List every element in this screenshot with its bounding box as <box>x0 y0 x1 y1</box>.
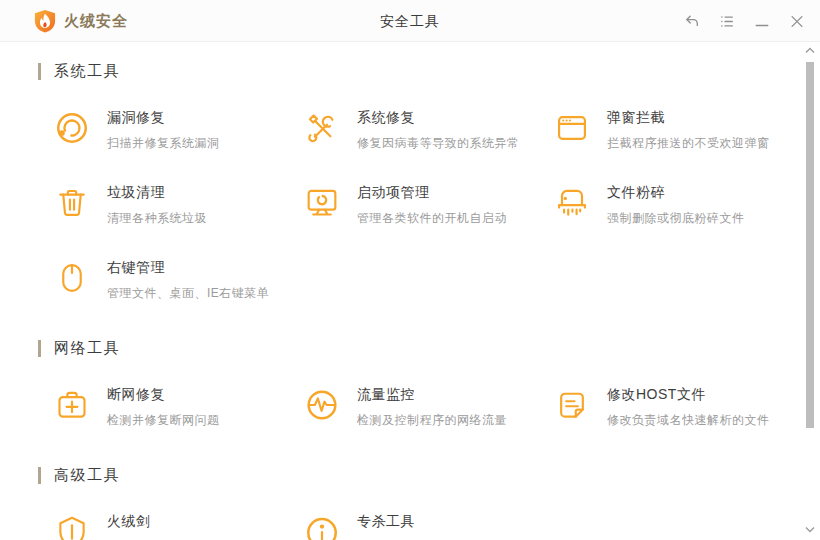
section-title: 系统工具 <box>54 62 120 81</box>
tool-desc: 修改负责域名快速解析的文件 <box>607 412 770 429</box>
tool-desc: 拦截程序推送的不受欢迎弹窗 <box>607 135 770 152</box>
tool-host-file-editor[interactable]: 修改HOST文件 修改负责域名快速解析的文件 <box>552 385 802 425</box>
section-advanced-tools: 高级工具 火绒剑 <box>38 465 820 540</box>
tool-name: 漏洞修复 <box>107 109 220 127</box>
tool-system-repair[interactable]: 系统修复 修复因病毒等导致的系统异常 <box>302 108 552 148</box>
section-header: 网络工具 <box>38 338 820 358</box>
task-list-button[interactable] <box>719 13 735 29</box>
network-repair-icon <box>52 385 92 425</box>
tool-file-shredder[interactable]: 文件粉碎 强制删除或彻底粉碎文件 <box>552 183 802 223</box>
tool-traffic-monitor[interactable]: 流量监控 检测及控制程序的网络流量 <box>302 385 552 425</box>
section-title: 高级工具 <box>54 466 120 485</box>
minimize-button[interactable] <box>754 13 770 29</box>
section-network-tools: 网络工具 断网修复 检测并修复断网问题 <box>38 338 820 425</box>
huorong-security-window: 火绒安全 安全工具 <box>0 0 820 540</box>
titlebar: 火绒安全 安全工具 <box>0 0 820 42</box>
section-accent-bar <box>38 467 41 484</box>
host-file-icon <box>552 385 592 425</box>
minimize-icon <box>754 13 770 30</box>
tool-name: 垃圾清理 <box>107 184 207 202</box>
tool-name: 文件粉碎 <box>607 184 745 202</box>
tool-grid: 断网修复 检测并修复断网问题 流量监控 检测及控制程序的网络流量 <box>52 385 820 425</box>
close-icon <box>789 13 805 30</box>
tool-network-repair[interactable]: 断网修复 检测并修复断网问题 <box>52 385 302 425</box>
section-header: 系统工具 <box>38 61 820 81</box>
tool-name: 右键管理 <box>107 259 269 277</box>
tool-startup-manager[interactable]: 启动项管理 管理各类软件的开机自启动 <box>302 183 552 223</box>
tool-desc: 检测并修复断网问题 <box>107 412 220 429</box>
tool-name: 启动项管理 <box>357 184 507 202</box>
tool-name: 流量监控 <box>357 386 507 404</box>
tool-desc: 清理各种系统垃圾 <box>107 210 207 227</box>
popup-blocker-icon <box>552 108 592 148</box>
tool-desc: 修复因病毒等导致的系统异常 <box>357 135 520 152</box>
startup-manager-icon <box>302 183 342 223</box>
back-button[interactable] <box>684 13 700 29</box>
tool-name: 修改HOST文件 <box>607 386 770 404</box>
tool-name: 火绒剑 <box>107 513 151 531</box>
tool-context-menu-manager[interactable]: 右键管理 管理文件、桌面、IE右键菜单 <box>52 258 302 298</box>
trash-icon <box>52 183 92 223</box>
tool-desc: 管理文件、桌面、IE右键菜单 <box>107 285 269 302</box>
tool-grid: 漏洞修复 扫描并修复系统漏洞 系统修复 修复因病毒等导致的系统异常 <box>52 108 820 298</box>
scroll-up-icon[interactable] <box>804 46 816 55</box>
tool-grid: 火绒剑 专杀工具 <box>52 512 820 540</box>
scrollbar[interactable] <box>803 42 817 540</box>
vulnerability-scan-icon <box>52 108 92 148</box>
close-button[interactable] <box>789 13 805 29</box>
tool-junk-clean[interactable]: 垃圾清理 清理各种系统垃圾 <box>52 183 302 223</box>
scrollbar-thumb[interactable] <box>806 62 814 428</box>
tool-special-kill[interactable]: 专杀工具 <box>302 512 552 540</box>
section-accent-bar <box>38 340 41 357</box>
tool-desc: 检测及控制程序的网络流量 <box>357 412 507 429</box>
titlebar-actions <box>684 0 805 42</box>
tool-desc: 扫描并修复系统漏洞 <box>107 135 220 152</box>
tool-desc: 强制删除或彻底粉碎文件 <box>607 210 745 227</box>
section-system-tools: 系统工具 漏洞修复 扫描并修复系统漏洞 <box>38 61 820 298</box>
tool-desc: 管理各类软件的开机自启动 <box>357 210 507 227</box>
task-list-icon <box>719 13 735 30</box>
special-kill-icon <box>302 512 342 540</box>
tool-name: 断网修复 <box>107 386 220 404</box>
section-title: 网络工具 <box>54 339 120 358</box>
traffic-monitor-icon <box>302 385 342 425</box>
tools-page: 系统工具 漏洞修复 扫描并修复系统漏洞 <box>0 61 820 540</box>
huorong-sword-icon <box>52 512 92 540</box>
section-accent-bar <box>38 63 41 80</box>
scroll-down-icon[interactable] <box>804 525 816 534</box>
tool-popup-blocker[interactable]: 弹窗拦截 拦截程序推送的不受欢迎弹窗 <box>552 108 802 148</box>
tool-name: 弹窗拦截 <box>607 109 770 127</box>
back-arrow-icon <box>684 13 700 30</box>
file-shredder-icon <box>552 183 592 223</box>
tool-name: 专杀工具 <box>357 513 415 531</box>
tool-name: 系统修复 <box>357 109 520 127</box>
tool-huorong-sword[interactable]: 火绒剑 <box>52 512 302 540</box>
system-repair-icon <box>302 108 342 148</box>
context-menu-mouse-icon <box>52 258 92 298</box>
section-header: 高级工具 <box>38 465 820 485</box>
tool-vulnerability-fix[interactable]: 漏洞修复 扫描并修复系统漏洞 <box>52 108 302 148</box>
